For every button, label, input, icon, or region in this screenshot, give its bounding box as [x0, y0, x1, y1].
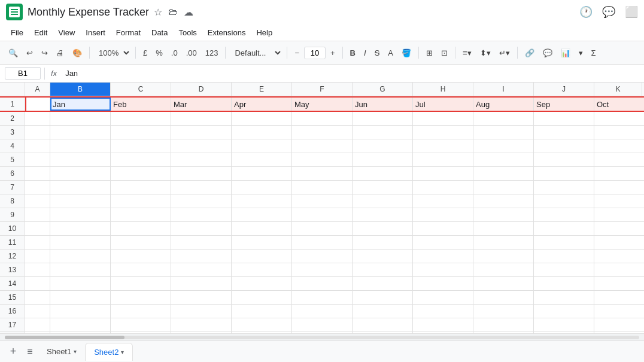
cell-b16[interactable]: [50, 305, 111, 318]
cell-d2[interactable]: [171, 112, 232, 125]
cell-h9[interactable]: [413, 208, 473, 221]
cell-c4[interactable]: [111, 139, 171, 153]
cell-f15[interactable]: [292, 291, 353, 304]
cell-e9[interactable]: [232, 208, 292, 221]
col-header-c[interactable]: C: [111, 83, 171, 96]
cell-e15[interactable]: [232, 291, 292, 304]
cell-d17[interactable]: [171, 318, 232, 331]
cell-b9[interactable]: [50, 208, 111, 221]
undo-btn[interactable]: ↩: [23, 46, 37, 60]
cell-a1[interactable]: [25, 98, 50, 111]
cell-k16[interactable]: [594, 305, 644, 318]
cell-j12[interactable]: [534, 250, 594, 263]
cell-h7[interactable]: [413, 181, 473, 194]
col-header-e[interactable]: E: [232, 83, 292, 96]
cell-i11[interactable]: [473, 236, 534, 249]
cell-j4[interactable]: [534, 139, 594, 153]
cloud-icon[interactable]: ☁: [184, 7, 193, 18]
cell-k10[interactable]: [594, 222, 644, 235]
cell-g3[interactable]: [353, 126, 413, 139]
cell-h12[interactable]: [413, 250, 473, 263]
cell-a11[interactable]: [25, 236, 50, 249]
sheet-tab-sheet2[interactable]: Sheet2 ▾: [85, 343, 133, 361]
currency-btn[interactable]: £: [139, 46, 151, 60]
zoom-select[interactable]: 100%: [93, 46, 132, 60]
cell-h16[interactable]: [413, 305, 473, 318]
cell-h3[interactable]: [413, 126, 473, 139]
cell-c7[interactable]: [111, 181, 171, 194]
cell-f5[interactable]: [292, 153, 353, 166]
cell-g6[interactable]: [353, 167, 413, 180]
format-increase-btn[interactable]: .00: [183, 46, 201, 60]
cell-g17[interactable]: [353, 318, 413, 331]
cell-d14[interactable]: [171, 277, 232, 290]
cell-d5[interactable]: [171, 153, 232, 166]
cell-f11[interactable]: [292, 236, 353, 249]
cell-h8[interactable]: [413, 194, 473, 208]
cell-reference-input[interactable]: [5, 67, 41, 80]
cell-a16[interactable]: [25, 305, 50, 318]
cell-f7[interactable]: [292, 181, 353, 194]
cell-d3[interactable]: [171, 126, 232, 139]
col-header-i[interactable]: I: [473, 83, 534, 96]
redo-btn[interactable]: ↪: [38, 46, 51, 60]
formula-btn[interactable]: Σ: [588, 46, 600, 60]
menu-tools[interactable]: Tools: [174, 26, 201, 39]
cell-i8[interactable]: [473, 194, 534, 208]
cell-f10[interactable]: [292, 222, 353, 235]
star-icon[interactable]: ☆: [154, 7, 162, 18]
cell-d9[interactable]: [171, 208, 232, 221]
cell-a6[interactable]: [25, 167, 50, 180]
cell-b4[interactable]: [50, 139, 111, 153]
cell-k12[interactable]: [594, 250, 644, 263]
cell-f3[interactable]: [292, 126, 353, 139]
cell-b14[interactable]: [50, 277, 111, 290]
cell-g11[interactable]: [353, 236, 413, 249]
cell-g5[interactable]: [353, 153, 413, 166]
cell-d4[interactable]: [171, 139, 232, 153]
cell-f12[interactable]: [292, 250, 353, 263]
paint-format-btn[interactable]: 🎨: [69, 46, 86, 60]
menu-format[interactable]: Format: [111, 26, 145, 39]
cell-h14[interactable]: [413, 277, 473, 290]
cell-h17[interactable]: [413, 318, 473, 331]
cell-k15[interactable]: [594, 291, 644, 304]
cell-c9[interactable]: [111, 208, 171, 221]
fill-color-btn[interactable]: 🪣: [398, 46, 415, 60]
cell-c5[interactable]: [111, 153, 171, 166]
cell-k2[interactable]: [594, 112, 644, 125]
cell-j7[interactable]: [534, 181, 594, 194]
cell-a12[interactable]: [25, 250, 50, 263]
cell-a3[interactable]: [25, 126, 50, 139]
cell-k7[interactable]: [594, 181, 644, 194]
cell-h4[interactable]: [413, 139, 473, 153]
cell-i12[interactable]: [473, 250, 534, 263]
cell-c11[interactable]: [111, 236, 171, 249]
cell-c3[interactable]: [111, 126, 171, 139]
cell-i16[interactable]: [473, 305, 534, 318]
cell-e12[interactable]: [232, 250, 292, 263]
text-wrap-btn[interactable]: ↵▾: [496, 46, 514, 60]
cell-e10[interactable]: [232, 222, 292, 235]
cell-e3[interactable]: [232, 126, 292, 139]
cell-d15[interactable]: [171, 291, 232, 304]
cell-a13[interactable]: [25, 263, 50, 276]
cell-d1[interactable]: Mar: [171, 98, 232, 111]
chat-icon[interactable]: 💬: [602, 5, 615, 19]
cell-j2[interactable]: [534, 112, 594, 125]
cell-a5[interactable]: [25, 153, 50, 166]
cell-d12[interactable]: [171, 250, 232, 263]
cell-c1[interactable]: Feb: [111, 98, 171, 111]
font-size-decrease-btn[interactable]: −: [291, 46, 303, 60]
cell-i3[interactable]: [473, 126, 534, 139]
cell-i5[interactable]: [473, 153, 534, 166]
cell-d7[interactable]: [171, 181, 232, 194]
font-size-input[interactable]: [304, 47, 326, 59]
cell-k3[interactable]: [594, 126, 644, 139]
col-header-h[interactable]: H: [413, 83, 473, 96]
cell-i14[interactable]: [473, 277, 534, 290]
cell-h6[interactable]: [413, 167, 473, 180]
menu-help[interactable]: Help: [251, 26, 277, 39]
col-header-k[interactable]: K: [594, 83, 642, 96]
sheet2-dropdown[interactable]: ▾: [121, 349, 124, 355]
